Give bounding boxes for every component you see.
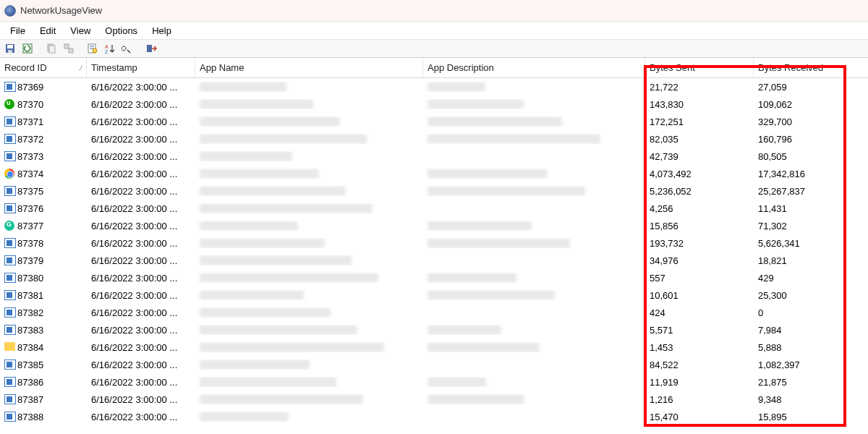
table-row[interactable]: 873756/16/2022 3:00:00 ...5,236,05225,26…: [0, 182, 868, 200]
cell-bytes-sent: 557: [645, 273, 754, 284]
cell-app-name: [195, 394, 423, 404]
refresh-button[interactable]: [20, 41, 35, 56]
cell-bytes-received: 15,895: [754, 412, 862, 422]
cell-timestamp: 6/16/2022 3:00:00 ...: [87, 325, 195, 336]
table-row[interactable]: 873846/16/2022 3:00:00 ...1,4535,888: [0, 339, 868, 356]
cell-timestamp: 6/16/2022 3:00:00 ...: [87, 221, 195, 231]
redacted-content: [427, 325, 501, 335]
redacted-content: [200, 377, 336, 387]
col-app-description[interactable]: App Description: [423, 58, 645, 77]
redacted-content: [200, 342, 384, 352]
record-id-value: 87387: [17, 394, 43, 405]
table-row[interactable]: 873746/16/2022 3:00:00 ...4,073,49217,34…: [0, 165, 868, 182]
document-icon: [4, 186, 16, 196]
document-icon: [4, 377, 16, 387]
redacted-content: [200, 116, 340, 127]
cell-bytes-sent: 424: [645, 307, 754, 318]
cell-bytes-received: 109,062: [754, 99, 862, 110]
cell-record-id: 87369: [0, 82, 87, 93]
cell-bytes-sent: 172,251: [645, 116, 754, 127]
menu-file[interactable]: File: [3, 24, 33, 38]
find-button[interactable]: [120, 41, 135, 56]
folder-icon: [4, 342, 16, 352]
cell-bytes-received: 9,348: [754, 394, 862, 405]
col-timestamp-label: Timestamp: [91, 62, 137, 73]
col-app-name[interactable]: App Name: [195, 58, 423, 77]
find-icon: [122, 43, 133, 54]
properties-button[interactable]: [85, 41, 100, 56]
table-row[interactable]: 873736/16/2022 3:00:00 ...42,73980,505: [0, 148, 868, 165]
cell-bytes-received: 5,626,341: [754, 238, 862, 249]
menu-options[interactable]: Options: [98, 24, 145, 38]
cell-record-id: 87388: [0, 412, 87, 422]
cell-timestamp: 6/16/2022 3:00:00 ...: [87, 290, 195, 301]
cell-bytes-sent: 82,035: [645, 134, 754, 145]
cell-bytes-sent: 143,830: [645, 99, 754, 110]
record-id-value: 87375: [17, 186, 43, 197]
app-window: NetworkUsageView File Edit View Options …: [0, 0, 868, 434]
cell-timestamp: 6/16/2022 3:00:00 ...: [87, 273, 195, 284]
sort-button[interactable]: AZ: [103, 41, 117, 56]
table-row[interactable]: 873886/16/2022 3:00:00 ...15,47015,895: [0, 408, 868, 425]
document-icon: [4, 151, 16, 161]
svg-point-11: [93, 48, 97, 53]
cell-timestamp: 6/16/2022 3:00:00 ...: [87, 394, 195, 405]
cell-timestamp: 6/16/2022 3:00:00 ...: [87, 116, 195, 127]
redacted-content: [200, 99, 313, 109]
save-icon: [4, 43, 16, 54]
menu-edit[interactable]: Edit: [33, 24, 63, 38]
cell-app-name: [195, 255, 423, 265]
table-row[interactable]: 873726/16/2022 3:00:00 ...82,035160,796: [0, 130, 868, 148]
cell-app-name: [195, 342, 423, 352]
table-row[interactable]: 873796/16/2022 3:00:00 ...34,97618,821: [0, 252, 868, 269]
table-row[interactable]: 873786/16/2022 3:00:00 ...193,7325,626,3…: [0, 234, 868, 252]
table-row[interactable]: 873826/16/2022 3:00:00 ...4240: [0, 304, 868, 321]
col-bytes-received[interactable]: Bytes Received: [754, 58, 862, 77]
cell-app-name: [195, 169, 423, 179]
cell-timestamp: 6/16/2022 3:00:00 ...: [87, 412, 195, 422]
cell-app-description: [423, 394, 645, 404]
select-all-button[interactable]: [61, 41, 76, 56]
document-icon: [4, 82, 16, 92]
cell-record-id: 87370: [0, 99, 87, 110]
table-row[interactable]: 873706/16/2022 3:00:00 ...143,830109,062: [0, 95, 868, 113]
col-record-id[interactable]: Record ID ⁄: [0, 58, 87, 77]
table-row[interactable]: 873766/16/2022 3:00:00 ...4,25611,431: [0, 200, 868, 217]
exit-button[interactable]: [144, 41, 158, 56]
table-row[interactable]: 873696/16/2022 3:00:00 ...21,72227,059: [0, 78, 868, 95]
cell-bytes-received: 160,796: [754, 134, 862, 145]
save-button[interactable]: [3, 41, 17, 56]
table-row[interactable]: 873876/16/2022 3:00:00 ...1,2169,348: [0, 391, 868, 408]
table-row[interactable]: 873816/16/2022 3:00:00 ...10,60125,300: [0, 286, 868, 304]
col-timestamp[interactable]: Timestamp: [87, 58, 195, 77]
cell-timestamp: 6/16/2022 3:00:00 ...: [87, 359, 195, 370]
svg-rect-7: [69, 48, 73, 53]
document-icon: [4, 412, 16, 422]
redacted-content: [200, 186, 346, 196]
grid-body[interactable]: 873696/16/2022 3:00:00 ...21,72227,05987…: [0, 78, 868, 434]
cell-bytes-sent: 34,976: [645, 255, 754, 266]
cell-bytes-sent: 4,073,492: [645, 169, 754, 179]
table-row[interactable]: 873856/16/2022 3:00:00 ...84,5221,082,39…: [0, 356, 868, 373]
cell-timestamp: 6/16/2022 3:00:00 ...: [87, 82, 195, 93]
col-app-name-label: App Name: [200, 62, 244, 73]
table-row[interactable]: 873776/16/2022 3:00:00 ...15,85671,302: [0, 217, 868, 234]
table-row[interactable]: 873806/16/2022 3:00:00 ...557429: [0, 269, 868, 286]
record-id-value: 87372: [17, 134, 43, 145]
table-row[interactable]: 873836/16/2022 3:00:00 ...5,5717,984: [0, 321, 868, 339]
copy-icon: [46, 43, 57, 54]
redacted-content: [200, 290, 304, 300]
table-row[interactable]: 873866/16/2022 3:00:00 ...11,91921,875: [0, 373, 868, 391]
cell-bytes-received: 71,302: [754, 221, 862, 231]
cell-bytes-sent: 1,453: [645, 342, 754, 353]
record-id-value: 87370: [17, 99, 43, 110]
col-app-description-label: App Description: [427, 62, 494, 73]
copy-button[interactable]: [44, 41, 59, 56]
cell-timestamp: 6/16/2022 3:00:00 ...: [87, 99, 195, 110]
menu-view[interactable]: View: [63, 24, 98, 38]
table-row[interactable]: 873716/16/2022 3:00:00 ...172,251329,700: [0, 113, 868, 130]
menu-help[interactable]: Help: [145, 24, 179, 38]
col-bytes-sent[interactable]: Bytes Sent: [645, 58, 754, 77]
cell-record-id: 87383: [0, 325, 87, 336]
cell-app-name: [195, 116, 423, 127]
